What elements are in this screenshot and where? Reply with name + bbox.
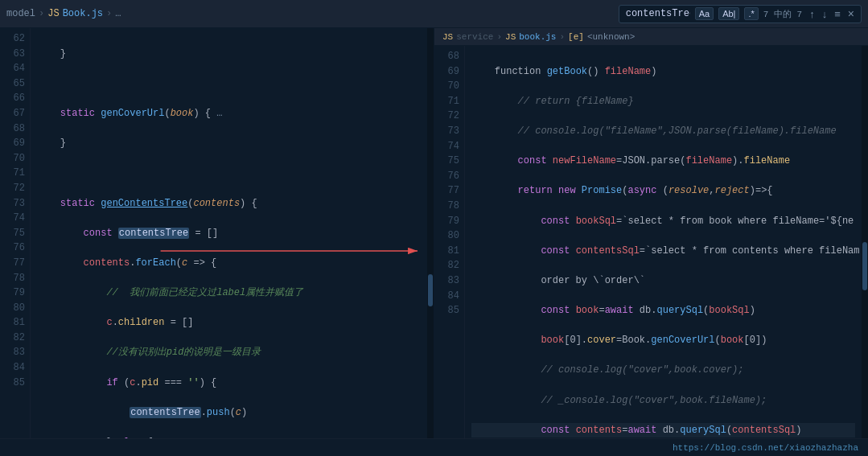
- editor-container: model › JS Book.js › … Aa Ab| .* 7 中的 7 …: [0, 0, 868, 456]
- bc-js: JS: [47, 8, 59, 19]
- search-input[interactable]: [626, 8, 690, 19]
- search-btn-aa[interactable]: Aa: [695, 7, 714, 20]
- code-right: function getBook() fileName) // return {…: [465, 46, 862, 438]
- status-bar: https://blog.csdn.net/xiaozhazhazha: [0, 438, 868, 456]
- bc-filename-r: book.js: [519, 32, 556, 42]
- search-nav: ↑ ↓ ≡: [807, 7, 843, 21]
- search-btn-regex[interactable]: .*: [744, 7, 758, 20]
- bc-sep1: service: [456, 32, 493, 42]
- tab-bar: model › JS Book.js › … Aa Ab| .* 7 中的 7 …: [0, 0, 868, 28]
- search-next[interactable]: ↓: [820, 7, 830, 21]
- bc-unknown: <unknown>: [587, 32, 635, 42]
- search-prev[interactable]: ↑: [807, 7, 817, 21]
- status-url[interactable]: https://blog.csdn.net/xiaozhazhazha: [673, 443, 858, 453]
- tab-left: model › JS Book.js › …: [6, 8, 619, 19]
- bc-filename: Book.js: [63, 8, 103, 19]
- search-bar[interactable]: Aa Ab| .* 7 中的 7 ↑ ↓ ≡ ×: [619, 5, 862, 23]
- editor-pane-left: 62 63 64 65 66 67 68 69 70 71 72 73 74 7…: [0, 28, 434, 438]
- code-area-right[interactable]: 68 69 70 71 72 73 74 75 76 77 78 79 80 8…: [434, 46, 868, 438]
- breadcrumb-left: model › JS Book.js › …: [6, 8, 121, 19]
- search-btn-ab[interactable]: Ab|: [718, 7, 739, 20]
- bc-dots: …: [115, 8, 121, 19]
- bc-model: model: [6, 8, 35, 19]
- scrollbar-left[interactable]: [427, 28, 434, 438]
- line-numbers-left: 62 63 64 65 66 67 68 69 70 71 72 73 74 7…: [0, 28, 31, 438]
- editors-row: 62 63 64 65 66 67 68 69 70 71 72 73 74 7…: [0, 28, 868, 438]
- search-count: 7 中的 7: [763, 8, 802, 20]
- line-numbers-right: 68 69 70 71 72 73 74 75 76 77 78 79 80 8…: [434, 46, 465, 438]
- pane-header-right: JS service › JS book.js › [e] <unknown>: [434, 28, 868, 46]
- bc-e: [e]: [568, 32, 584, 42]
- scrollbar-right[interactable]: [862, 46, 868, 438]
- search-close[interactable]: ×: [848, 7, 854, 20]
- search-list[interactable]: ≡: [832, 7, 843, 21]
- editor-pane-right: JS service › JS book.js › [e] <unknown> …: [434, 28, 868, 438]
- code-area-left[interactable]: 62 63 64 65 66 67 68 69 70 71 72 73 74 7…: [0, 28, 434, 438]
- bc-js-r: JS: [505, 32, 516, 42]
- code-left: } static genCoverUrl(book) { … } static …: [31, 28, 427, 438]
